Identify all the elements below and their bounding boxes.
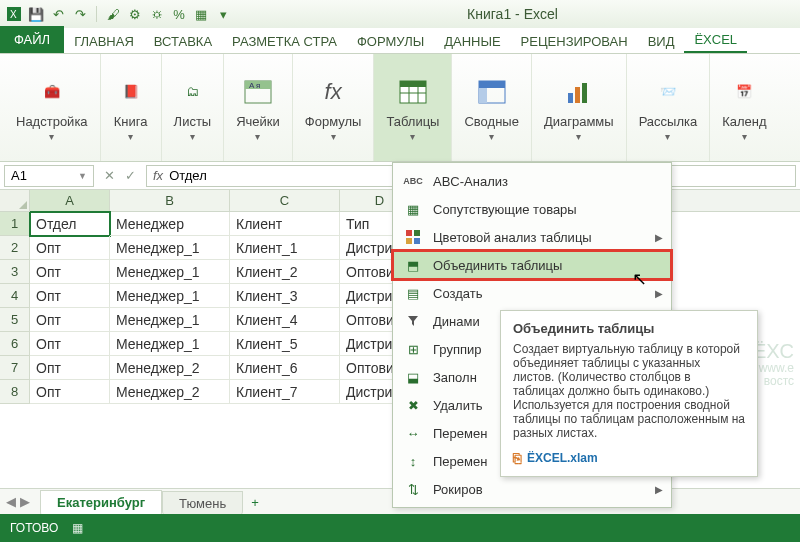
- svg-rect-18: [406, 238, 412, 244]
- row-header[interactable]: 6: [0, 332, 30, 356]
- pivot-icon: [474, 74, 510, 110]
- ribbon-group-formulas[interactable]: fx Формулы ▾: [293, 54, 375, 161]
- row-header[interactable]: 7: [0, 356, 30, 380]
- grid-icon[interactable]: ▦: [193, 6, 209, 22]
- cell[interactable]: Менеджер: [110, 212, 230, 236]
- tools-icon[interactable]: 🖌: [105, 6, 121, 22]
- svg-rect-13: [568, 93, 573, 103]
- tab-formulas[interactable]: ФОРМУЛЫ: [347, 30, 434, 53]
- col-header[interactable]: A: [30, 190, 110, 211]
- cell[interactable]: Клиент_7: [230, 380, 340, 404]
- cell[interactable]: Опт: [30, 380, 110, 404]
- sheet-tab[interactable]: Тюмень: [162, 491, 243, 515]
- filter-icon: [403, 311, 423, 331]
- sheet-tab[interactable]: Екатеринбург: [40, 490, 162, 516]
- cell[interactable]: Менеджер_2: [110, 356, 230, 380]
- row-header[interactable]: 5: [0, 308, 30, 332]
- fx-label: fx: [153, 168, 163, 183]
- cell[interactable]: Клиент: [230, 212, 340, 236]
- cell[interactable]: Опт: [30, 308, 110, 332]
- tab-insert[interactable]: ВСТАВКА: [144, 30, 222, 53]
- menu-item-color-analysis[interactable]: Цветовой анализ таблицы▶: [393, 223, 671, 251]
- menu-item-merge-tables[interactable]: ⬒Объединить таблицы: [393, 251, 671, 279]
- abc-icon: ABC: [403, 171, 423, 191]
- col-header[interactable]: C: [230, 190, 340, 211]
- row-header[interactable]: 3: [0, 260, 30, 284]
- cancel-icon[interactable]: ✕: [104, 168, 115, 183]
- tab-home[interactable]: ГЛАВНАЯ: [64, 30, 144, 53]
- ribbon-group-tables[interactable]: Таблицы ▾: [374, 54, 452, 161]
- ribbon-group-book[interactable]: 📕 Книга ▾: [101, 54, 162, 161]
- percent-icon[interactable]: %: [171, 6, 187, 22]
- cell[interactable]: Клиент_5: [230, 332, 340, 356]
- cell[interactable]: Клиент_4: [230, 308, 340, 332]
- ribbon-group-cells[interactable]: A я Ячейки ▾: [224, 54, 293, 161]
- settings-icon[interactable]: ⛭: [149, 6, 165, 22]
- chevron-down-icon: ▾: [128, 131, 133, 142]
- tab-excel-addin[interactable]: ËXCEL: [684, 28, 747, 53]
- menu-item-related[interactable]: ▦Сопутствующие товары: [393, 195, 671, 223]
- row-header[interactable]: 1: [0, 212, 30, 236]
- cell[interactable]: Опт: [30, 236, 110, 260]
- cell[interactable]: Клиент_1: [230, 236, 340, 260]
- chevron-down-icon[interactable]: ▼: [78, 171, 87, 181]
- ribbon-group-mail[interactable]: 📨 Рассылка ▾: [627, 54, 711, 161]
- cell[interactable]: Менеджер_1: [110, 332, 230, 356]
- submenu-arrow-icon: ▶: [655, 484, 663, 495]
- add-sheet-button[interactable]: +: [243, 491, 267, 514]
- macro-record-icon[interactable]: ▦: [72, 521, 83, 535]
- menu-item-swap[interactable]: ⇅Рокиров▶: [393, 475, 671, 503]
- cell[interactable]: Менеджер_1: [110, 260, 230, 284]
- addins-icon[interactable]: ⚙: [127, 6, 143, 22]
- cell[interactable]: Менеджер_1: [110, 308, 230, 332]
- row-header[interactable]: 4: [0, 284, 30, 308]
- enter-icon[interactable]: ✓: [125, 168, 136, 183]
- ribbon-group-addin[interactable]: 🧰 Надстройка ▾: [4, 54, 101, 161]
- menu-item-label: ABC-Анализ: [433, 174, 508, 189]
- cell[interactable]: Менеджер_1: [110, 236, 230, 260]
- tab-review[interactable]: РЕЦЕНЗИРОВАН: [511, 30, 638, 53]
- cell[interactable]: Менеджер_1: [110, 284, 230, 308]
- tab-view[interactable]: ВИД: [638, 30, 685, 53]
- swap-icon: ⇅: [403, 479, 423, 499]
- undo-icon[interactable]: ↶: [50, 6, 66, 22]
- tab-layout[interactable]: РАЗМЕТКА СТРА: [222, 30, 347, 53]
- cell[interactable]: Менеджер_2: [110, 380, 230, 404]
- row-header[interactable]: 2: [0, 236, 30, 260]
- status-bar: ГОТОВО ▦: [0, 514, 800, 542]
- select-all-corner[interactable]: [0, 190, 30, 212]
- ribbon-group-sheets[interactable]: 🗂 Листы ▾: [162, 54, 225, 161]
- cell[interactable]: Клиент_3: [230, 284, 340, 308]
- ribbon: 🧰 Надстройка ▾ 📕 Книга ▾ 🗂 Листы ▾ A я Я…: [0, 54, 800, 162]
- fill-icon: ⬓: [403, 367, 423, 387]
- ribbon-group-calendar[interactable]: 📅 Календ ▾: [710, 54, 778, 161]
- watermark: ËXС www.е востс: [753, 340, 794, 388]
- save-icon[interactable]: 💾: [28, 6, 44, 22]
- chevron-down-icon: ▾: [331, 131, 336, 142]
- ribbon-group-pivot[interactable]: Сводные ▾: [452, 54, 531, 161]
- tooltip: Объединить таблицы Создает виртуальную т…: [500, 310, 758, 477]
- tab-data[interactable]: ДАННЫЕ: [434, 30, 510, 53]
- cell[interactable]: Опт: [30, 260, 110, 284]
- svg-rect-12: [479, 81, 505, 88]
- cell[interactable]: Опт: [30, 284, 110, 308]
- name-box[interactable]: A1 ▼: [4, 165, 94, 187]
- cell[interactable]: Клиент_6: [230, 356, 340, 380]
- tab-file[interactable]: ФАЙЛ: [0, 26, 64, 53]
- sheet-nav[interactable]: ◀ ▶: [6, 494, 30, 509]
- qat-more-icon[interactable]: ▾: [215, 6, 231, 22]
- menu-item-abc[interactable]: ABCABC-Анализ: [393, 167, 671, 195]
- ribbon-group-charts[interactable]: Диаграммы ▾: [532, 54, 627, 161]
- menu-item-create[interactable]: ▤Создать▶: [393, 279, 671, 307]
- redo-icon[interactable]: ↷: [72, 6, 88, 22]
- row-header[interactable]: 8: [0, 380, 30, 404]
- col-header[interactable]: B: [110, 190, 230, 211]
- cell[interactable]: Опт: [30, 356, 110, 380]
- tooltip-addin-link[interactable]: ⎘ ËXCEL.xlam: [513, 450, 745, 466]
- mouse-cursor-icon: ↖: [632, 268, 647, 290]
- quick-access-toolbar: X 💾 ↶ ↷ 🖌 ⚙ ⛭ % ▦ ▾: [6, 6, 231, 22]
- cell[interactable]: Опт: [30, 332, 110, 356]
- cell[interactable]: Отдел: [30, 212, 110, 236]
- cell[interactable]: Клиент_2: [230, 260, 340, 284]
- svg-rect-15: [582, 83, 587, 103]
